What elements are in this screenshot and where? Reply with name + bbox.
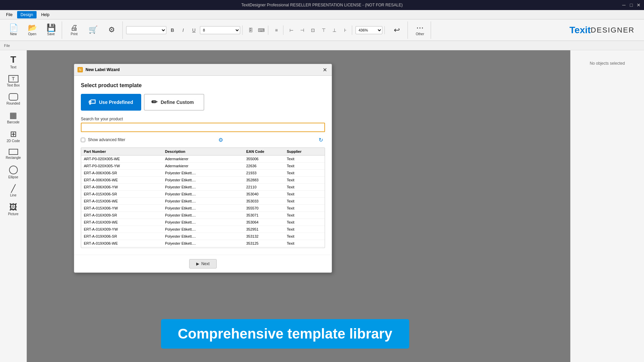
undo-icon: ↩ (394, 26, 400, 34)
cell-supplier: Texit (284, 184, 325, 191)
cell-supplier: Texit (284, 226, 325, 233)
picture-icon: 🖼 (9, 203, 17, 211)
save-icon: 💾 (47, 24, 56, 32)
sidebar-item-barcode[interactable]: ▦ Barcode (2, 109, 25, 126)
table-row[interactable]: ERT-A-015X006-SRPolyester Etikett....353… (81, 191, 325, 198)
minimize-button[interactable]: ─ (621, 2, 627, 8)
cell-part: ERT-A-006X006-SR (81, 170, 162, 177)
cell-supplier: Texit (284, 191, 325, 198)
cell-ean: 353064 (244, 219, 284, 226)
cell-supplier: Texit (284, 198, 325, 205)
table-row[interactable]: ERT-A-006X006-YWPolyester Etikett....221… (81, 184, 325, 191)
font-size-select[interactable]: 8 (200, 26, 240, 34)
sidebar-item-ellipse[interactable]: Ellipse (2, 164, 25, 181)
zoom-select[interactable]: 436% (356, 26, 382, 34)
canvas-area: N New Label Wizard ✕ Select product temp… (27, 50, 570, 362)
cell-ean: 353040 (244, 191, 284, 198)
new-button[interactable]: 📄 New (5, 21, 22, 39)
cell-ean: 353125 (244, 240, 284, 247)
menu-help[interactable]: Help (38, 11, 53, 18)
table-row[interactable]: ERT-A-015X006-YWPolyester Etikett....355… (81, 205, 325, 212)
align-left-button[interactable]: ⊢ (287, 25, 296, 35)
sidebar-item-rectangle[interactable]: Rectangle (2, 147, 25, 162)
italic-button[interactable]: I (178, 25, 188, 35)
font-select[interactable] (126, 26, 166, 34)
settings-button[interactable]: ⚙ (103, 21, 120, 39)
next-button[interactable]: ▶ Next (189, 259, 217, 268)
cell-part: ART-P0-020X005-YW (81, 163, 162, 170)
align-bottom-button[interactable]: ⊦ (340, 25, 350, 35)
menu-file[interactable]: File (3, 11, 16, 18)
align-right-button[interactable]: ⊡ (308, 25, 318, 35)
save-button[interactable]: 💾 Save (42, 21, 60, 39)
sidebar-item-2dcode[interactable]: ⊞ 2D Code (2, 128, 25, 145)
cell-desc: Polyester Etikett.... (162, 226, 244, 233)
text-format-button[interactable]: ≡ (272, 25, 281, 35)
cell-ean: 355600 (244, 247, 284, 248)
keyboard-button[interactable]: ⌨ (257, 25, 266, 35)
cell-supplier: Texit (284, 240, 325, 247)
settings-icon: ⚙ (108, 26, 115, 34)
define-custom-tab[interactable]: ✏ Define Custom (144, 94, 204, 111)
cell-ean: 352951 (244, 226, 284, 233)
filter-icon-button[interactable]: ⚙ (216, 135, 225, 144)
predefined-icon: 🏷 (88, 98, 96, 107)
table-row[interactable]: ART-P0-020X005-YWAdermarkierer22636Texit (81, 163, 325, 170)
menu-design[interactable]: Design (17, 11, 36, 18)
cell-desc: Polyester Etikett.... (162, 240, 244, 247)
cell-part: ERT-A-015X006-WE (81, 198, 162, 205)
ellipse-icon (9, 166, 18, 174)
cell-supplier: Texit (284, 163, 325, 170)
table-row[interactable]: ERT-A-019X006-WEPolyester Etikett....353… (81, 240, 325, 247)
search-input[interactable] (81, 123, 325, 132)
toolbar-group-format: B I U 8 (124, 25, 243, 35)
print-icon: 🖨 (70, 24, 78, 32)
maximize-button[interactable]: □ (629, 2, 634, 8)
sidebar-item-rounded[interactable]: Rounded (2, 91, 25, 107)
sidebar-item-line[interactable]: ╱ Line (2, 183, 25, 199)
sidebar-2dcode-label: 2D Code (7, 139, 20, 143)
cell-ean: 353132 (244, 233, 284, 240)
sidebar-item-text[interactable]: T Text (2, 53, 25, 71)
table-row[interactable]: ERT-A-019X006-SRPolyester Etikett....353… (81, 233, 325, 240)
other-button[interactable]: ⋯ Other (411, 21, 429, 39)
print-button[interactable]: 🖨 Print (65, 21, 83, 39)
text-icon: T (10, 55, 16, 64)
refresh-icon-button[interactable]: ↻ (316, 135, 325, 144)
table-row[interactable]: ERT-A-016X009-SRPolyester Etikett....353… (81, 212, 325, 219)
cell-desc: Polyester Etikett.... (162, 219, 244, 226)
cell-part: ERT-A-019X006-WE (81, 240, 162, 247)
table-row[interactable]: ERT-A-016X009-YWPolyester Etikett....352… (81, 226, 325, 233)
sidebar-rounded-label: Rounded (6, 102, 20, 105)
table-row[interactable]: ERT-A-015X006-WEPolyester Etikett....353… (81, 198, 325, 205)
table-row[interactable]: ERT-A-016X009-WEPolyester Etikett....353… (81, 219, 325, 226)
use-predefined-tab[interactable]: 🏷 Use Predefined (81, 94, 141, 111)
table-row[interactable]: ERT-A-019X006-YWPolyester Etikett....355… (81, 247, 325, 248)
bold-button[interactable]: B (168, 25, 177, 35)
sidebar-item-textbox[interactable]: T Text Box (2, 73, 25, 89)
advanced-filter-label[interactable]: Show advanced filter (88, 137, 125, 142)
search-label: Search for your product (81, 117, 325, 121)
cell-part: ERT-A-006X006-YW (81, 184, 162, 191)
cell-desc: Polyester Etikett.... (162, 212, 244, 219)
align-middle-button[interactable]: ⊥ (330, 25, 339, 35)
toolbar-group-db: 🗄 ⌨ (244, 25, 268, 35)
tab-buttons: 🏷 Use Predefined ✏ Define Custom (81, 94, 325, 111)
align-top-button[interactable]: ⊤ (319, 25, 328, 35)
sidebar-item-picture[interactable]: 🖼 Picture (2, 201, 25, 218)
database-button[interactable]: 🗄 (246, 25, 255, 35)
open-button[interactable]: 📂 Open (23, 21, 41, 39)
cell-ean: 353071 (244, 212, 284, 219)
close-button[interactable]: ✕ (636, 2, 641, 8)
align-center-button[interactable]: ⊣ (298, 25, 307, 35)
cart-button[interactable]: 🛒 (84, 21, 102, 39)
table-row[interactable]: ERT-A-006X006-SRPolyester Etikett....219… (81, 170, 325, 177)
dialog-section-title: Select product template (81, 82, 325, 88)
undo-button[interactable]: ↩ (388, 21, 406, 39)
table-row[interactable]: ERT-A-006X006-WEPolyester Etikett....352… (81, 177, 325, 184)
dialog-close-button[interactable]: ✕ (321, 66, 328, 73)
modal-overlay: N New Label Wizard ✕ Select product temp… (27, 50, 570, 362)
table-row[interactable]: ART-P0-020X005-WEAdermarkierer355006Texi… (81, 156, 325, 163)
advanced-filter-checkbox[interactable] (81, 138, 85, 142)
underline-button[interactable]: U (189, 25, 199, 35)
